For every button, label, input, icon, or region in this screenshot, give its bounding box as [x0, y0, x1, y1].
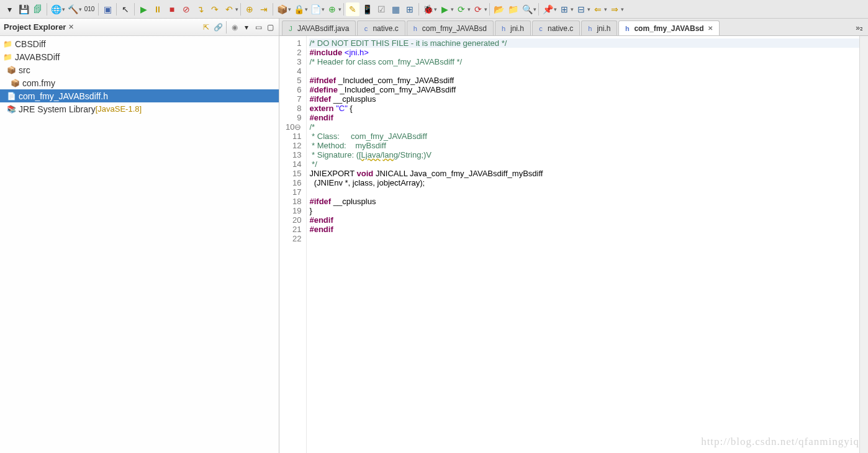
tree-item[interactable]: 📦com.fmy	[0, 76, 279, 89]
dropdown-icon[interactable]: ▾	[79, 6, 82, 12]
watermark-text: http://blog.csdn.net/qfanmingyiq	[701, 436, 859, 448]
tree-item-label: src	[19, 65, 30, 75]
vertical-scrollbar[interactable]	[859, 36, 868, 453]
dropdown-icon[interactable]: ▾	[62, 6, 65, 12]
file-type-icon: h	[411, 24, 420, 33]
code-editor[interactable]: 12345678910⊖111213141516171819202122 /* …	[279, 36, 868, 453]
nav-icon[interactable]: ⊞	[558, 2, 571, 16]
binary-icon[interactable]: 010	[83, 2, 96, 16]
tree-item[interactable]: 📦src	[0, 63, 279, 76]
editor-tab[interactable]: hjni.h	[581, 20, 617, 35]
dropdown-icon[interactable]: ▾	[554, 6, 557, 12]
editor-tab[interactable]: hjni.h	[495, 20, 531, 35]
file-type-icon: h	[499, 24, 508, 33]
editor-tab[interactable]: hcom_fmy_JAVABsd	[407, 20, 494, 35]
target-icon[interactable]: ⊕	[243, 2, 256, 16]
new-package-icon[interactable]: ⊕	[325, 2, 339, 16]
skip-icon[interactable]: ⇥	[257, 2, 271, 16]
manager-icon[interactable]: ⊞	[403, 2, 417, 16]
folder-icon[interactable]: 📂	[492, 2, 505, 16]
collapse-icon[interactable]: ⇱	[201, 22, 211, 32]
tree-item[interactable]: 📄com_fmy_JAVABsdiff.h	[0, 89, 279, 102]
folder2-icon[interactable]: 📁	[506, 2, 520, 16]
editor-tab[interactable]: cnative.c	[357, 20, 405, 35]
tree-item[interactable]: 📚JRE System Library [JavaSE-1.8]	[0, 102, 279, 115]
dropdown-icon[interactable]: ▾	[484, 6, 487, 12]
tree-item-icon: 📚	[6, 104, 16, 114]
save-all-icon[interactable]: 🗐	[31, 2, 45, 16]
avd-icon[interactable]: 📱	[360, 2, 374, 16]
save-icon[interactable]: 💾	[17, 2, 30, 16]
globe-icon[interactable]: 🌐	[49, 2, 63, 16]
external-icon[interactable]: ⟳	[471, 2, 485, 16]
tree-item-icon: 📁	[2, 39, 12, 49]
editor-tabbar: JJAVABsdiff.javacnative.chcom_fmy_JAVABs…	[279, 19, 868, 36]
tree-item-icon: 📁	[2, 52, 12, 62]
tree-item-icon: 📦	[6, 65, 16, 75]
tab-label: com_fmy_JAVABsd	[422, 24, 487, 33]
forward-icon[interactable]: ⇒	[608, 2, 622, 16]
tab-label: com_fmy_JAVABsd	[634, 24, 703, 33]
tree-item-label: JRE System Library	[19, 104, 96, 114]
step-return-icon[interactable]: ↶	[222, 2, 236, 16]
search-icon[interactable]: 🔍	[520, 2, 534, 16]
editor-tab[interactable]: hcom_fmy_JAVABsd✕	[618, 20, 719, 35]
editor-tab[interactable]: cnative.c	[532, 20, 580, 35]
dropdown-icon[interactable]: ▾	[305, 6, 308, 12]
editor-tab[interactable]: JJAVABsdiff.java	[282, 20, 356, 35]
dropdown-icon[interactable]: ▾	[2, 2, 16, 16]
dropdown-icon[interactable]: ▾	[235, 6, 238, 12]
tree-item-label: JAVABSDiff	[15, 52, 60, 62]
dropdown-icon[interactable]: ▾	[338, 6, 341, 12]
project-tree[interactable]: 📁CBSDiff📁JAVABSDiff📦src📦com.fmy📄com_fmy_…	[0, 36, 279, 453]
dropdown-icon[interactable]: ▾	[434, 6, 437, 12]
hammer-icon[interactable]: 🔨	[66, 2, 79, 16]
debug-icon[interactable]: 🐞	[421, 2, 435, 16]
link-icon[interactable]: 🔗	[213, 22, 223, 32]
dropdown-icon[interactable]: ▾	[533, 6, 536, 12]
minimize-icon[interactable]: ▭	[253, 22, 263, 32]
pointer-icon[interactable]: ↖	[119, 2, 132, 16]
dropdown-icon[interactable]: ▾	[288, 6, 291, 12]
resume-icon[interactable]: ▶	[137, 2, 150, 16]
code-content[interactable]: /* DO NOT EDIT THIS FILE - it is machine…	[307, 36, 859, 453]
window-icon[interactable]: ▣	[101, 2, 114, 16]
dropdown-icon[interactable]: ▾	[587, 6, 590, 12]
menu-icon[interactable]: ▾	[242, 22, 251, 32]
more-tabs-button[interactable]: »₂	[851, 20, 868, 35]
disconnect-icon[interactable]: ⊘	[179, 2, 193, 16]
dropdown-icon[interactable]: ▾	[468, 6, 471, 12]
new-class-icon[interactable]: 📄	[309, 2, 322, 16]
tab-label: native.c	[548, 24, 573, 33]
open-type-icon[interactable]: 📦	[275, 2, 289, 16]
focus-icon[interactable]: ◉	[230, 22, 240, 32]
tree-item-decor: [JavaSE-1.8]	[96, 104, 142, 114]
tree-item[interactable]: 📁CBSDiff	[0, 37, 279, 50]
pin-icon[interactable]: 📌	[541, 2, 554, 16]
stop-icon[interactable]: ■	[165, 2, 179, 16]
lock-icon[interactable]: 🔒	[292, 2, 305, 16]
dropdown-icon[interactable]: ▾	[621, 6, 624, 12]
file-type-icon: J	[286, 24, 295, 33]
lint-icon[interactable]: ☑	[374, 2, 388, 16]
back-icon[interactable]: ⇐	[591, 2, 605, 16]
main-toolbar: ▾ 💾 🗐 🌐 ▾ 🔨 ▾ 010 ▣ ↖ ▶ ⏸ ■ ⊘ ↴ ↷ ↶ ▾ ⊕ …	[0, 0, 868, 19]
dropdown-icon[interactable]: ▾	[604, 6, 607, 12]
run-last-icon[interactable]: ⟳	[454, 2, 468, 16]
step-into-icon[interactable]: ↴	[194, 2, 207, 16]
dropdown-icon[interactable]: ▾	[451, 6, 454, 12]
maximize-icon[interactable]: ▢	[265, 22, 275, 32]
dropdown-icon[interactable]: ▾	[322, 6, 325, 12]
step-over-icon[interactable]: ↷	[208, 2, 222, 16]
run-icon[interactable]: ▶	[438, 2, 451, 16]
sdk-icon[interactable]: ▦	[389, 2, 402, 16]
pause-icon[interactable]: ⏸	[151, 2, 165, 16]
close-icon[interactable]: ✕	[68, 23, 74, 31]
dropdown-icon[interactable]: ▾	[571, 6, 574, 12]
nav2-icon[interactable]: ⊟	[574, 2, 588, 16]
tree-item-icon: 📄	[6, 91, 16, 101]
file-type-icon: h	[585, 24, 594, 33]
close-icon[interactable]: ✕	[708, 25, 713, 32]
tree-item[interactable]: 📁JAVABSDiff	[0, 50, 279, 63]
wand-icon[interactable]: ✎	[346, 2, 359, 16]
